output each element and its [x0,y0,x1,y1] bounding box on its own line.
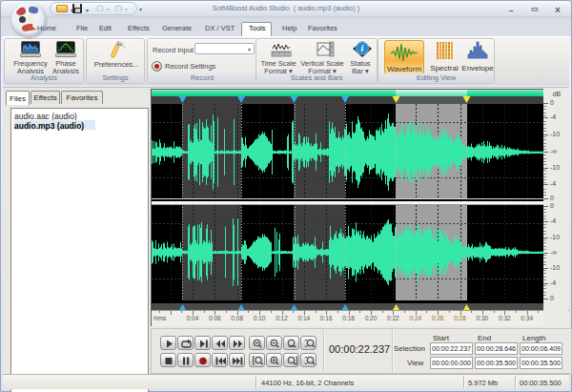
svg-text:i: i [361,43,364,53]
